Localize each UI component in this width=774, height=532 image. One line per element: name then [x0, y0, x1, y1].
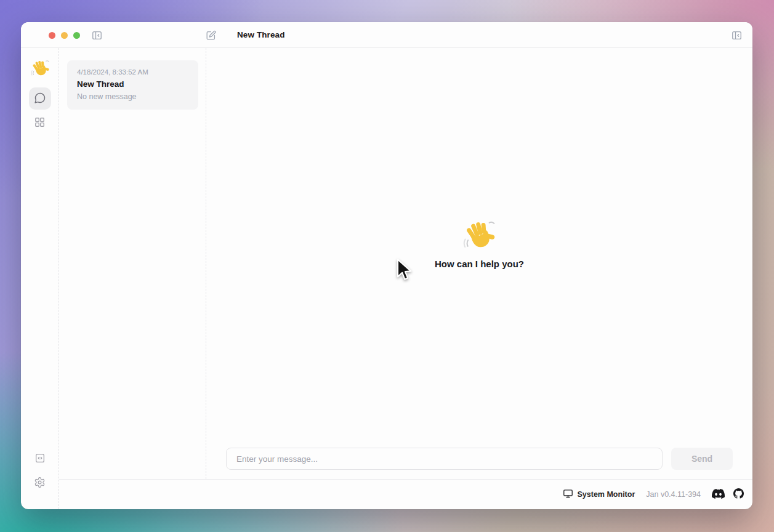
- status-bar: System Monitor Jan v0.4.11-394: [59, 479, 752, 509]
- jan-app-window: New Thread: [21, 22, 752, 509]
- waving-hand-emoji: [463, 219, 495, 251]
- chat-bubble-icon: [34, 92, 46, 106]
- thread-last-message: No new message: [77, 92, 188, 101]
- app-version: Jan v0.4.11-394: [646, 490, 701, 499]
- message-composer: Send: [226, 448, 733, 470]
- github-link[interactable]: [733, 488, 744, 501]
- close-window-button[interactable]: [49, 32, 55, 39]
- gear-icon: [34, 477, 46, 490]
- grid-icon: [34, 116, 46, 130]
- system-monitor-button[interactable]: System Monitor: [563, 488, 635, 501]
- monitor-icon: [563, 488, 573, 501]
- system-monitor-label: System Monitor: [578, 490, 635, 499]
- sidebar-item-threads[interactable]: [29, 87, 51, 110]
- wave-logo-icon: [31, 59, 49, 78]
- sidebar-item-local-api-server[interactable]: [29, 448, 51, 470]
- code-square-icon: [34, 453, 46, 465]
- panel-left-collapse-icon: [91, 30, 103, 41]
- thread-list-panel: 4/18/2024, 8:33:52 AM New Thread No new …: [59, 48, 206, 479]
- send-button[interactable]: Send: [671, 448, 733, 470]
- sidebar-item-settings[interactable]: [29, 472, 51, 494]
- greeting-text: How can I help you?: [435, 259, 524, 269]
- thread-timestamp: 4/18/2024, 8:33:52 AM: [77, 68, 188, 76]
- compose-pencil-icon: [205, 30, 217, 41]
- github-icon: [733, 488, 744, 501]
- message-input[interactable]: [226, 448, 663, 470]
- panel-right-collapse-icon: [731, 30, 743, 41]
- new-thread-button[interactable]: [203, 22, 218, 48]
- page-title: New Thread: [237, 22, 285, 48]
- collapse-left-panel-button[interactable]: [89, 22, 104, 48]
- collapse-right-panel-button[interactable]: [729, 22, 744, 48]
- discord-icon: [712, 489, 725, 501]
- discord-link[interactable]: [712, 489, 725, 501]
- minimize-window-button[interactable]: [61, 32, 68, 39]
- sidebar-item-hub[interactable]: [29, 112, 51, 134]
- thread-title: New Thread: [77, 79, 188, 89]
- zoom-window-button[interactable]: [73, 32, 80, 39]
- title-bar: New Thread: [21, 22, 752, 48]
- app-ribbon: [21, 48, 59, 509]
- traffic-lights: [49, 22, 80, 48]
- chat-area: How can I help you? Send: [206, 48, 752, 479]
- thread-list-item[interactable]: 4/18/2024, 8:33:52 AM New Thread No new …: [67, 60, 198, 110]
- empty-thread-greeting: How can I help you?: [435, 219, 524, 269]
